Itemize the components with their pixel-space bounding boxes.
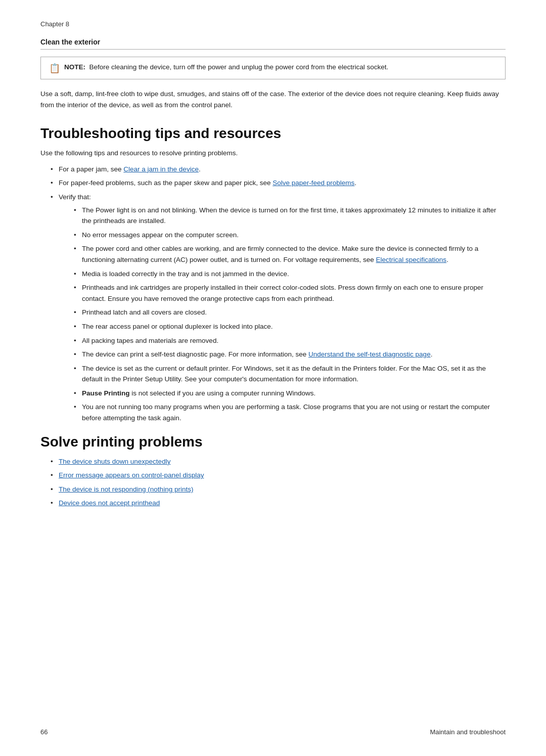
not-responding-link[interactable]: The device is not responding (nothing pr… xyxy=(59,485,193,493)
sub-list-item: The rear access panel or optional duplex… xyxy=(74,321,506,332)
sub-list-item: Pause Printing is not selected if you ar… xyxy=(74,388,506,399)
solve-printing-section: Solve printing problems The device shuts… xyxy=(40,434,506,509)
list-item: The device is not responding (nothing pr… xyxy=(51,484,506,495)
electrical-specs-link[interactable]: Electrical specifications xyxy=(376,256,447,263)
pause-printing-bold: Pause Printing xyxy=(82,389,130,397)
not-accept-printhead-link[interactable]: Device does not accept printhead xyxy=(59,499,160,507)
footer: 66 Maintain and troubleshoot xyxy=(40,728,506,736)
list-item: Device does not accept printhead xyxy=(51,498,506,509)
verify-sub-list: The Power light is on and not blinking. … xyxy=(59,205,506,424)
troubleshooting-intro: Use the following tips and resources to … xyxy=(40,148,506,159)
clean-exterior-body: Use a soft, damp, lint-free cloth to wip… xyxy=(40,88,506,110)
shuts-down-link[interactable]: The device shuts down unexpectedly xyxy=(59,458,170,465)
chapter-label: Chapter 8 xyxy=(40,20,506,28)
sub-list-item: Media is loaded correctly in the tray an… xyxy=(74,269,506,280)
list-item: For paper-feed problems, such as the pap… xyxy=(51,177,506,189)
note-label: NOTE: xyxy=(64,63,85,71)
list-item-verify: Verify that: The Power light is on and n… xyxy=(51,192,506,424)
note-box: 📋 NOTE: Before cleaning the device, turn… xyxy=(40,57,506,79)
error-message-link[interactable]: Error message appears on control-panel d… xyxy=(59,471,204,479)
self-test-link[interactable]: Understand the self-test diagnostic page xyxy=(308,350,431,358)
sub-list-item: The device can print a self-test diagnos… xyxy=(74,349,506,360)
note-content: NOTE: Before cleaning the device, turn o… xyxy=(64,62,388,72)
list-item: The device shuts down unexpectedly xyxy=(51,456,506,467)
item-text: For a paper jam, see xyxy=(59,165,123,173)
clean-exterior-section: Clean the exterior 📋 NOTE: Before cleani… xyxy=(40,38,506,110)
clean-exterior-heading: Clean the exterior xyxy=(40,38,506,46)
troubleshooting-heading: Troubleshooting tips and resources xyxy=(40,125,506,142)
item-period: . xyxy=(199,165,201,173)
footer-section-label: Maintain and troubleshoot xyxy=(430,728,506,736)
section-divider xyxy=(40,49,506,50)
solve-printing-list: The device shuts down unexpectedly Error… xyxy=(40,456,506,509)
sub-list-item: The Power light is on and not blinking. … xyxy=(74,205,506,227)
page-number: 66 xyxy=(40,728,48,736)
clear-jam-link[interactable]: Clear a jam in the device xyxy=(123,165,199,173)
troubleshooting-section: Troubleshooting tips and resources Use t… xyxy=(40,125,506,423)
sub-list-item: You are not running too many programs wh… xyxy=(74,402,506,423)
list-item: Error message appears on control-panel d… xyxy=(51,470,506,481)
note-text: Before cleaning the device, turn off the… xyxy=(89,63,389,71)
note-icon: 📋 xyxy=(49,63,60,74)
sub-list-item: No error messages appear on the computer… xyxy=(74,230,506,241)
sub-list-item: All packing tapes and materials are remo… xyxy=(74,335,506,346)
paper-feed-link[interactable]: Solve paper-feed problems xyxy=(272,179,354,187)
item-period: . xyxy=(354,179,356,187)
sub-list-item: The device is set as the current or defa… xyxy=(74,363,506,385)
solve-printing-heading: Solve printing problems xyxy=(40,434,506,450)
sub-list-item: The power cord and other cables are work… xyxy=(74,243,506,265)
list-item: For a paper jam, see Clear a jam in the … xyxy=(51,164,506,175)
item-text: For paper-feed problems, such as the pap… xyxy=(59,179,272,187)
verify-text: Verify that: xyxy=(59,193,91,201)
troubleshooting-list: For a paper jam, see Clear a jam in the … xyxy=(40,164,506,424)
sub-list-item: Printheads and ink cartridges are proper… xyxy=(74,282,506,304)
sub-list-item: Printhead latch and all covers are close… xyxy=(74,307,506,318)
